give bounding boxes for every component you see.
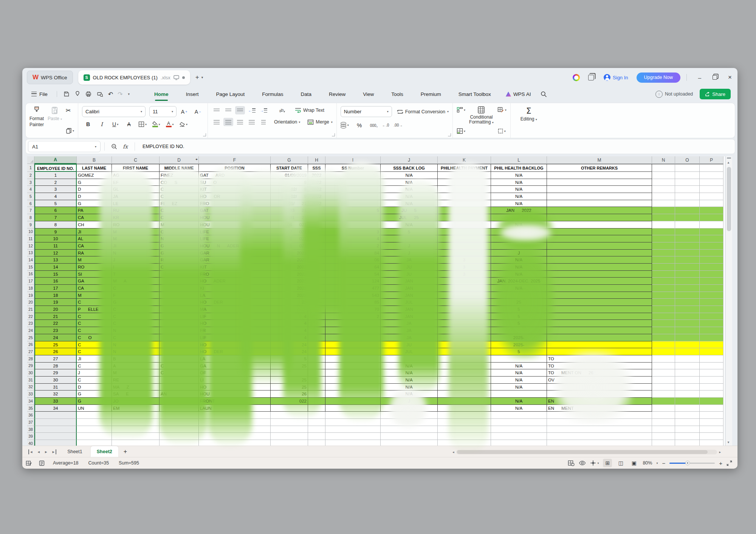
cell-F18[interactable]: KI xyxy=(199,285,271,292)
row-header-20[interactable]: 20 xyxy=(27,299,34,306)
cell-B33[interactable]: G xyxy=(77,390,112,398)
cell-D22[interactable] xyxy=(160,313,199,320)
cell-K3[interactable] xyxy=(438,179,491,186)
cell-J40[interactable] xyxy=(381,440,438,446)
cell-B2[interactable]: GOMEZ xyxy=(77,172,112,179)
cell-O16[interactable] xyxy=(675,271,700,278)
cell-B32[interactable]: D xyxy=(77,384,112,391)
menu-smart-toolbox[interactable]: Smart Toolbox xyxy=(450,87,500,101)
cell-M12[interactable] xyxy=(547,242,652,250)
cell-H40[interactable] xyxy=(308,440,325,446)
cell-A40[interactable] xyxy=(34,440,77,446)
cell-F2[interactable]: GAT ARD xyxy=(199,172,271,179)
cell-A13[interactable]: 12 xyxy=(34,250,77,257)
cell-N1[interactable] xyxy=(652,164,675,172)
row-header-30[interactable]: 30 xyxy=(27,369,34,377)
cell-O36[interactable] xyxy=(675,412,700,419)
cell-P36[interactable] xyxy=(700,412,723,419)
cell-B40[interactable] xyxy=(77,440,112,446)
cell-N30[interactable] xyxy=(652,369,675,377)
cell-F1[interactable]: POSITION xyxy=(199,164,271,172)
decrease-indent-button[interactable]: ← xyxy=(247,106,257,114)
cell-M20[interactable] xyxy=(547,299,652,306)
cell-K2[interactable] xyxy=(438,172,491,179)
menu-review[interactable]: Review xyxy=(320,87,354,101)
cell-G34[interactable]: 022 xyxy=(271,398,308,405)
cell-H3[interactable]: 2022 xyxy=(308,179,325,186)
cell-C13[interactable]: N xyxy=(112,250,160,257)
cell-N33[interactable] xyxy=(652,390,675,398)
cell-A14[interactable]: 13 xyxy=(34,256,77,264)
cell-H15[interactable] xyxy=(308,264,325,271)
cell-N27[interactable] xyxy=(652,348,675,355)
cell-A38[interactable] xyxy=(34,426,77,433)
cell-F25[interactable]: LIF xyxy=(199,334,271,341)
scroll-up-icon[interactable]: ▲ xyxy=(727,161,730,164)
cell-N5[interactable] xyxy=(652,193,675,200)
cell-P4[interactable] xyxy=(700,186,723,193)
cell-D8[interactable]: C xyxy=(160,214,199,221)
cell-C5[interactable]: JA xyxy=(112,193,160,200)
cell-I29[interactable] xyxy=(325,363,381,370)
cell-H39[interactable] xyxy=(308,433,325,440)
cell-I27[interactable] xyxy=(325,348,381,355)
cell-M9[interactable] xyxy=(547,221,652,228)
cell-G15[interactable]: 2022 xyxy=(271,264,308,271)
cell-K35[interactable] xyxy=(438,405,491,412)
cell-K16[interactable]: 3 xyxy=(438,271,491,278)
cell-G16[interactable]: 2022 xyxy=(271,271,308,278)
cell-I19[interactable]: 543 xyxy=(325,292,381,299)
cell-J20[interactable]: JUL xyxy=(381,299,438,306)
cell-K5[interactable] xyxy=(438,193,491,200)
cell-I1[interactable]: SS Number xyxy=(325,164,381,172)
cell-B15[interactable]: RO xyxy=(77,264,112,271)
cell-B30[interactable]: J xyxy=(77,369,112,377)
cell-I4[interactable] xyxy=(325,186,381,193)
cell-L38[interactable] xyxy=(491,426,547,433)
row-header-38[interactable]: 38 xyxy=(27,426,34,433)
cell-B7[interactable]: PA xyxy=(77,207,112,214)
cell-H9[interactable] xyxy=(308,221,325,228)
zoom-slider-knob[interactable] xyxy=(685,461,690,465)
cell-M29[interactable]: TO xyxy=(547,363,652,370)
cell-L27[interactable]: 5 xyxy=(491,348,547,355)
column-header-P[interactable]: P xyxy=(700,156,723,164)
cell-C38[interactable] xyxy=(112,426,160,433)
cell-D9[interactable]: M xyxy=(160,221,199,228)
minimize-button[interactable]: – xyxy=(692,72,707,83)
row-header-7[interactable]: 7 xyxy=(27,207,34,214)
conditional-formatting-button[interactable]: ConditionalFormatting ▾ xyxy=(469,106,494,135)
cell-L34[interactable]: N/A xyxy=(491,398,547,405)
next-sheet-icon[interactable]: ▸ xyxy=(45,449,47,454)
cell-C14[interactable]: J xyxy=(112,256,160,264)
column-header-F[interactable]: F◂▸ xyxy=(199,156,271,164)
cell-C28[interactable]: B xyxy=(112,355,160,363)
cell-P29[interactable] xyxy=(700,363,723,370)
cell-F21[interactable]: MA xyxy=(199,306,271,313)
cell-H16[interactable] xyxy=(308,271,325,278)
cell-A5[interactable]: 4 xyxy=(34,193,77,200)
cell-style-button[interactable]: ▾ xyxy=(497,128,507,134)
row-header-12[interactable]: 12 xyxy=(27,242,34,250)
cell-A11[interactable]: 10 xyxy=(34,235,77,242)
cell-D18[interactable] xyxy=(160,285,199,292)
cell-H38[interactable] xyxy=(308,426,325,433)
cell-C11[interactable]: M xyxy=(112,235,160,242)
cell-I23[interactable] xyxy=(325,320,381,327)
cell-D7[interactable]: C xyxy=(160,207,199,214)
cell-H23[interactable] xyxy=(308,320,325,327)
vertical-scrollbar-thumb[interactable] xyxy=(727,167,731,231)
not-uploaded-status[interactable]: ↑ Not uploaded xyxy=(655,91,693,98)
cell-D4[interactable]: C xyxy=(160,186,199,193)
scroll-right-icon[interactable]: ▸ xyxy=(719,450,721,454)
cell-I33[interactable] xyxy=(325,390,381,398)
cell-N40[interactable] xyxy=(652,440,675,446)
pin-icon[interactable] xyxy=(75,91,80,97)
column-header-N[interactable]: N xyxy=(652,156,675,164)
cell-I14[interactable]: 06 xyxy=(325,256,381,264)
cell-O35[interactable] xyxy=(675,405,700,412)
cell-J35[interactable] xyxy=(381,405,438,412)
cell-L25[interactable]: 2025- xyxy=(491,334,547,341)
cell-A17[interactable]: 16 xyxy=(34,278,77,285)
row-header-19[interactable]: 19 xyxy=(27,292,34,299)
